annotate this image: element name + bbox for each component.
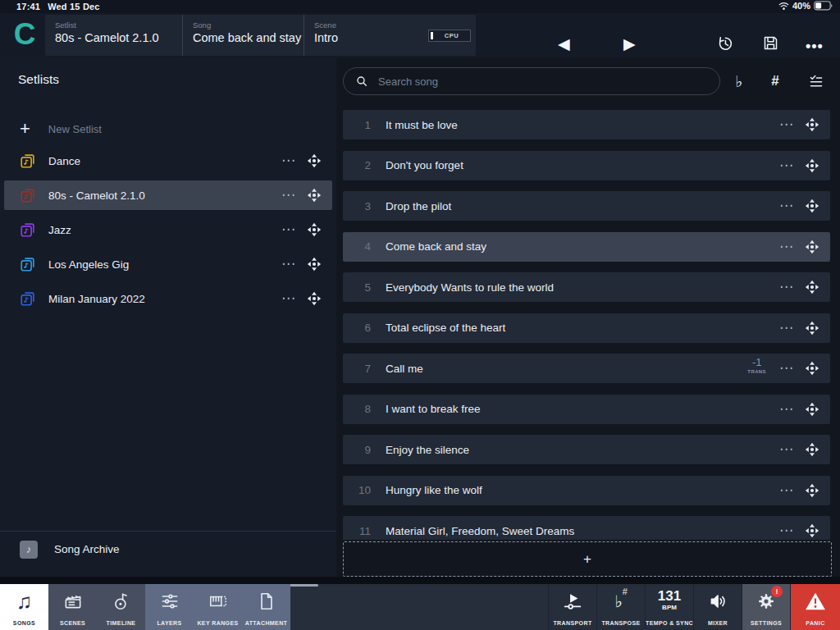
- toolbar-gap: [0, 577, 840, 584]
- song-number: 10: [343, 484, 371, 496]
- drag-move-icon[interactable]: [804, 360, 820, 377]
- song-title: Come back and stay: [386, 240, 486, 253]
- settings-alert-badge: !: [771, 586, 783, 597]
- transpose-value: -1: [747, 357, 766, 368]
- panic-button[interactable]: PANIC: [790, 584, 840, 630]
- song-number: 2: [343, 159, 371, 171]
- song-row-5[interactable]: 5 Everybody Wants to rule the world ⋯: [343, 272, 830, 302]
- song-title: Everybody Wants to rule the world: [386, 281, 554, 294]
- song-title: It must be love: [386, 119, 458, 131]
- bpm-value: 131: [646, 588, 693, 605]
- drag-move-icon[interactable]: [804, 239, 820, 255]
- song-list: 1 It must be love ⋯ 2 Don't you forget ⋯…: [343, 110, 830, 540]
- wifi-icon: [778, 2, 789, 11]
- song-row-7[interactable]: 7 Call me -1 TRANS ⋯: [343, 354, 830, 383]
- drag-move-icon[interactable]: [306, 290, 322, 307]
- music-notes-icon: ♫: [0, 589, 48, 614]
- more-options-button[interactable]: •••: [806, 38, 824, 55]
- new-setlist-button[interactable]: + New Setlist: [0, 115, 336, 143]
- context-song[interactable]: Song Come back and stay: [182, 15, 304, 56]
- song-row-3[interactable]: 3 Drop the pilot ⋯: [343, 191, 830, 221]
- song-row-10[interactable]: 10 Hungry like the wolf ⋯: [343, 476, 830, 505]
- cpu-meter-label: CPU: [433, 32, 470, 39]
- song-number: 8: [343, 403, 371, 415]
- bpm-unit: BPM: [646, 604, 693, 611]
- drag-move-icon[interactable]: [804, 441, 820, 458]
- tab-tempo-sync[interactable]: 131 BPM TEMPO & SYNC: [645, 584, 693, 630]
- setlist-item-80s[interactable]: 80s - Camelot 2.1.0 ⋯: [4, 180, 332, 210]
- setlist-icon: [19, 290, 37, 308]
- tab-transpose[interactable]: ♭# TRANSPOSE: [596, 584, 645, 630]
- previous-button[interactable]: ◀: [558, 36, 570, 52]
- save-button[interactable]: [762, 34, 779, 52]
- drag-move-icon[interactable]: [804, 116, 820, 133]
- drag-move-icon[interactable]: [804, 482, 820, 499]
- tab-mixer[interactable]: MIXER: [693, 584, 742, 630]
- song-row-11[interactable]: 11 Material Girl, Freedom, Sweet Dreams …: [343, 516, 830, 540]
- setlist-item-jazz[interactable]: Jazz ⋯: [4, 215, 332, 244]
- drag-move-icon[interactable]: [306, 187, 322, 203]
- drag-move-icon[interactable]: [804, 158, 820, 174]
- drag-move-icon[interactable]: [804, 279, 820, 295]
- setlist-item-label: Dance: [48, 155, 80, 167]
- song-row-2[interactable]: 2 Don't you forget ⋯: [343, 151, 830, 180]
- top-header: C Setlist 80s - Camelot 2.1.0 Song Come …: [0, 13, 840, 57]
- song-number: 11: [343, 525, 371, 537]
- tab-key-ranges[interactable]: KEY RANGES: [194, 584, 242, 630]
- drag-move-icon[interactable]: [306, 153, 322, 169]
- tab-layers[interactable]: LAYERS: [145, 584, 194, 630]
- setlist-item-milan[interactable]: Milan January 2022 ⋯: [4, 284, 332, 313]
- song-title: Hungry like the wolf: [386, 484, 482, 496]
- current-context-panel[interactable]: Setlist 80s - Camelot 2.1.0 Song Come ba…: [45, 15, 476, 56]
- setlist-item-los-angeles[interactable]: Los Angeles Gig ⋯: [4, 249, 332, 279]
- drag-move-icon[interactable]: [804, 523, 820, 539]
- tab-timeline[interactable]: TIMELINE: [97, 584, 145, 630]
- add-song-button[interactable]: +: [343, 541, 832, 577]
- song-row-1[interactable]: 1 It must be love ⋯: [343, 110, 830, 139]
- sharp-filter-button[interactable]: #: [765, 67, 786, 95]
- drag-move-icon[interactable]: [804, 401, 820, 418]
- search-bar[interactable]: [343, 67, 720, 95]
- setlist-item-dance[interactable]: Dance ⋯: [4, 146, 332, 176]
- search-icon: [355, 75, 368, 88]
- tab-scenes[interactable]: SCENES: [48, 584, 97, 630]
- setlists-sidebar: Setlists + New Setlist Dance ⋯ 80s - Cam…: [0, 57, 336, 577]
- context-scene[interactable]: Scene Intro CPU: [304, 15, 476, 56]
- song-row-4-current[interactable]: 4 Come back and stay ⋯: [343, 232, 830, 262]
- song-row-6[interactable]: 6 Total eclipse of the heart ⋯: [343, 313, 830, 343]
- archive-note-icon: ♪: [20, 541, 38, 559]
- setlist-list: Dance ⋯ 80s - Camelot 2.1.0 ⋯ Jazz ⋯: [0, 146, 336, 318]
- context-setlist[interactable]: Setlist 80s - Camelot 2.1.0: [45, 15, 182, 56]
- next-play-button[interactable]: ▶: [623, 36, 636, 52]
- song-archive-button[interactable]: ♪ Song Archive: [0, 531, 336, 567]
- setlist-label: Setlist: [55, 21, 182, 30]
- song-title: Material Girl, Freedom, Sweet Dreams: [386, 525, 574, 537]
- piano-keys-icon: [194, 589, 242, 614]
- tab-transport[interactable]: TRANSPORT: [548, 584, 596, 630]
- sidebar-title: Setlists: [18, 72, 59, 87]
- bottom-toolbar: ♫ SONGS SCENES TIMELINE: [0, 584, 840, 630]
- tab-songs[interactable]: ♫ SONGS: [0, 584, 48, 630]
- drag-move-icon[interactable]: [804, 320, 820, 336]
- search-input[interactable]: [378, 75, 719, 88]
- history-undo-button[interactable]: [716, 34, 734, 52]
- new-setlist-label: New Setlist: [48, 123, 102, 135]
- drag-move-icon[interactable]: [306, 256, 322, 272]
- song-row-8[interactable]: 8 I want to break free ⋯: [343, 395, 830, 424]
- disc-note-icon: [97, 589, 145, 614]
- song-number: 4: [343, 240, 371, 253]
- flat-sharp-icon: ♭#: [597, 589, 645, 614]
- date: Wed 15 Dec: [48, 2, 100, 11]
- transpose-badge-label: TRANS: [747, 369, 766, 374]
- song-title: I want to break free: [386, 403, 481, 415]
- flat-filter-button[interactable]: ♭: [728, 67, 750, 95]
- song-label: Song: [193, 21, 304, 30]
- tab-attachment[interactable]: ATTACHMENT: [242, 584, 290, 630]
- sort-filter-icon[interactable]: [804, 67, 829, 95]
- setlist-icon: [19, 221, 37, 239]
- song-title: Drop the pilot: [386, 200, 451, 212]
- tab-settings[interactable]: ! SETTINGS: [742, 584, 790, 630]
- drag-move-icon[interactable]: [804, 198, 820, 214]
- song-row-9[interactable]: 9 Enjoy the silence ⋯: [343, 435, 830, 464]
- drag-move-icon[interactable]: [306, 221, 322, 238]
